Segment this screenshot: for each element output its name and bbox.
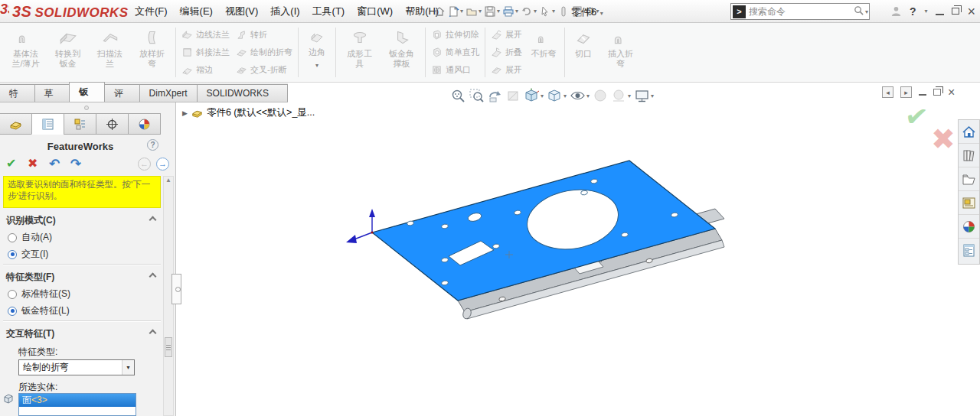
chevron-up-icon[interactable] (149, 216, 157, 224)
propertymanager-tab[interactable] (31, 113, 64, 135)
radio-interactive[interactable] (8, 250, 17, 259)
section-view-button[interactable] (505, 88, 521, 104)
type-sheetmetal-option[interactable]: 钣金特征(L) (8, 304, 70, 317)
chevron-up-icon[interactable] (149, 273, 157, 281)
edit-appearance-button[interactable] (593, 88, 609, 104)
view-settings-button[interactable]: ▾ (634, 88, 655, 104)
radio-sheetmetal[interactable] (8, 307, 17, 316)
search-input[interactable] (749, 6, 853, 17)
save-dropdown[interactable]: ▾ (497, 8, 500, 15)
apply-scene-button[interactable]: ▾ (611, 88, 632, 104)
corner-dropdown[interactable]: ▾ (315, 62, 318, 69)
new-file-dropdown[interactable]: ▾ (460, 8, 463, 15)
forming-tool-button[interactable]: 成形工 具 (338, 23, 381, 82)
cancel-button[interactable]: ✖ (28, 156, 38, 171)
no-bends-button[interactable]: 不折弯 (525, 23, 562, 82)
vent-button[interactable]: 通风口 (431, 63, 479, 78)
select-button[interactable]: ▾ (538, 2, 557, 21)
tab-dimxpert[interactable]: DimXpert (139, 84, 198, 102)
panel-grip[interactable] (84, 106, 89, 110)
minimize-button[interactable] (936, 14, 944, 15)
help-button[interactable]: ? (910, 5, 916, 18)
search-icon[interactable] (853, 5, 864, 18)
miter-flange-button[interactable]: 斜接法兰 (181, 45, 230, 60)
dropdown-arrow-icon[interactable]: ▼ (122, 360, 134, 375)
previous-window-button[interactable]: ◂ (882, 86, 893, 98)
print-button[interactable]: ▾ (501, 2, 520, 21)
help-dropdown[interactable]: ▾ (924, 8, 927, 15)
sheet-metal-part-model[interactable] (176, 102, 980, 416)
undo-dropdown[interactable]: ▾ (534, 8, 537, 15)
design-library-button[interactable] (959, 144, 979, 167)
insert-bends-button[interactable]: 插入折 弯 (599, 23, 642, 82)
undo-button[interactable]: ▾ (520, 2, 538, 21)
tab-sheetmetal[interactable]: 钣金 (69, 82, 105, 102)
rip-button[interactable]: 切口 (567, 23, 599, 82)
doc-minimize-button[interactable] (919, 94, 926, 96)
file-explorer-button[interactable] (959, 167, 979, 191)
ok-button[interactable]: ✔ (6, 156, 16, 171)
sketched-bend-button[interactable]: 绘制的折弯 (236, 45, 292, 60)
selection-listbox[interactable]: 面<3> (18, 393, 136, 416)
dimxpertmanager-tab[interactable] (96, 113, 129, 135)
tab-sketch[interactable]: 草图 (34, 84, 70, 102)
menu-file[interactable]: 文件(F) (129, 0, 174, 22)
radio-auto[interactable] (8, 233, 17, 242)
document-name[interactable]: 零件6 ▾ (571, 5, 604, 19)
search-dropdown[interactable]: ▾ (865, 8, 868, 15)
recognition-mode-header[interactable]: 识别模式(C) (6, 214, 56, 227)
sheetmetal-gusset-button[interactable]: 钣金角 撑板 (381, 23, 423, 82)
close-button[interactable]: × (967, 6, 975, 17)
chevron-up-icon[interactable] (149, 330, 157, 337)
mode-auto-option[interactable]: 自动(A) (8, 231, 52, 244)
corner-button[interactable]: 边角 ▾ (301, 23, 333, 82)
selected-face-item[interactable]: 面<3> (19, 394, 136, 407)
back-button[interactable]: ← (138, 158, 151, 171)
display-style-button[interactable]: ▾ (547, 88, 567, 104)
redo-recognition-button[interactable]: ↷ (70, 156, 81, 172)
graphics-viewport[interactable]: ▶ 零件6 (默认<<默认>_显... (176, 102, 980, 416)
jog-button[interactable]: 转折 (236, 28, 292, 43)
view-palette-button[interactable] (959, 191, 979, 215)
view-orientation-button[interactable]: ▾ (524, 88, 544, 104)
custom-properties-button[interactable] (959, 239, 979, 262)
flatten-button[interactable]: 展开 (491, 63, 522, 78)
zoom-area-button[interactable] (469, 88, 485, 104)
document-name-dropdown[interactable]: ▾ (600, 10, 603, 17)
menu-view[interactable]: 视图(V) (219, 0, 264, 22)
displaymanager-tab[interactable] (128, 113, 161, 135)
print-dropdown[interactable]: ▾ (515, 8, 518, 15)
home-tab-button[interactable] (959, 120, 979, 144)
view-settings-dropdown[interactable]: ▾ (651, 93, 654, 99)
rebuild-button[interactable] (557, 2, 570, 21)
home-button[interactable] (433, 2, 446, 21)
edge-flange-button[interactable]: 边线法兰 (181, 28, 230, 43)
hide-show-items-button[interactable]: ▾ (570, 88, 590, 104)
open-file-button[interactable]: ▾ (465, 2, 483, 21)
appearances-button[interactable] (959, 215, 979, 239)
menu-edit[interactable]: 编辑(E) (174, 0, 219, 22)
view-orientation-dropdown[interactable]: ▾ (541, 93, 544, 99)
save-button[interactable]: ▾ (483, 2, 501, 21)
confirmation-ok-icon[interactable]: ✔ (903, 100, 929, 135)
interactive-features-header[interactable]: 交互特征(T) (6, 327, 54, 340)
confirmation-cancel-icon[interactable]: ✖ (931, 122, 956, 156)
zoom-fit-button[interactable] (450, 88, 466, 104)
menu-insert[interactable]: 插入(I) (264, 0, 305, 22)
previous-view-button[interactable] (487, 88, 503, 104)
doc-restore-button[interactable] (933, 89, 941, 96)
base-flange-button[interactable]: 基体法 兰/薄片 (5, 23, 47, 82)
login-user-icon[interactable] (890, 5, 902, 17)
scroll-up-arrow-icon[interactable]: ▲ (164, 177, 173, 184)
new-file-button[interactable]: ▾ (446, 2, 465, 21)
restore-button[interactable] (952, 8, 959, 15)
menu-tools[interactable]: 工具(T) (306, 0, 351, 22)
cross-break-button[interactable]: 交叉-折断 (236, 63, 292, 78)
lofted-bend-button[interactable]: 放样折 弯 (131, 23, 173, 82)
mode-interactive-option[interactable]: 交互(I) (8, 248, 48, 261)
apply-scene-dropdown[interactable]: ▾ (628, 93, 631, 99)
undo-recognition-button[interactable]: ↶ (49, 156, 60, 172)
select-dropdown[interactable]: ▾ (552, 8, 555, 15)
simple-hole-button[interactable]: 简单直孔 (431, 45, 479, 60)
unfold-button[interactable]: 展开 (491, 28, 522, 43)
